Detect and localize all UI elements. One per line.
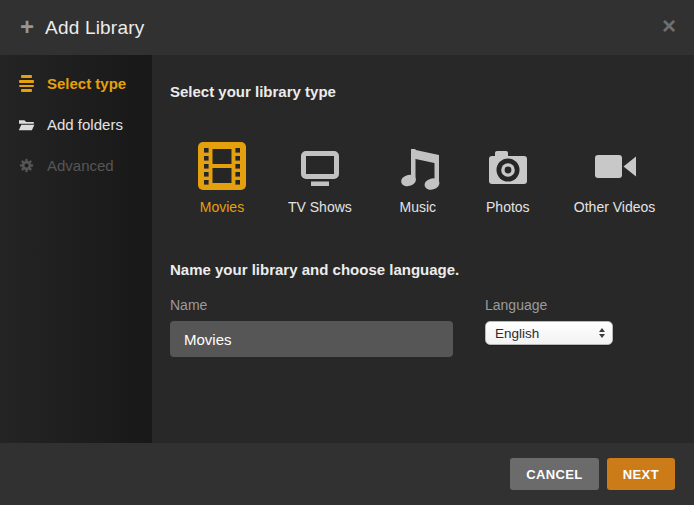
name-section-title: Name your library and choose language.	[170, 261, 694, 278]
dialog-body: Select type Add folders	[0, 55, 694, 443]
language-select-value: English	[495, 326, 599, 341]
close-icon[interactable]: ×	[662, 14, 676, 38]
add-library-dialog: + Add Library × Select type	[0, 0, 694, 505]
library-type-picker: Movies TV Shows	[198, 142, 694, 215]
sidebar-item-advanced[interactable]: Advanced	[0, 145, 152, 186]
type-lines-icon	[18, 75, 35, 91]
library-type-label: Photos	[486, 199, 530, 215]
name-language-fields: Name Language English	[170, 297, 694, 357]
library-type-section-title: Select your library type	[170, 83, 694, 100]
library-type-label: Music	[400, 199, 437, 215]
film-icon	[198, 142, 246, 190]
language-select[interactable]: English	[485, 321, 613, 345]
dialog-main: Select your library type	[152, 55, 694, 443]
select-arrows-icon	[599, 328, 605, 339]
library-type-movies[interactable]: Movies	[198, 142, 246, 215]
dialog-footer: CANCEL NEXT	[0, 443, 694, 505]
dialog-header: + Add Library ×	[0, 0, 694, 55]
gear-icon	[18, 158, 35, 173]
sidebar-item-select-type[interactable]: Select type	[0, 63, 152, 104]
library-type-other-videos[interactable]: Other Videos	[574, 142, 655, 215]
library-name-input[interactable]	[170, 321, 453, 357]
tv-icon	[296, 142, 344, 190]
language-field-label: Language	[485, 297, 613, 313]
name-field-group: Name	[170, 297, 453, 357]
plus-icon: +	[20, 15, 34, 39]
sidebar-item-label: Advanced	[47, 157, 114, 174]
video-camera-icon	[591, 142, 639, 190]
music-note-icon	[394, 142, 442, 190]
library-type-label: Other Videos	[574, 199, 655, 215]
next-button[interactable]: NEXT	[607, 458, 675, 490]
dialog-title: Add Library	[45, 17, 144, 39]
library-type-label: TV Shows	[288, 199, 352, 215]
sidebar-item-label: Select type	[47, 75, 126, 92]
library-type-music[interactable]: Music	[394, 142, 442, 215]
library-type-tv-shows[interactable]: TV Shows	[288, 142, 352, 215]
sidebar-item-label: Add folders	[47, 116, 123, 133]
camera-icon	[484, 142, 532, 190]
wizard-steps-sidebar: Select type Add folders	[0, 55, 152, 443]
folder-icon	[18, 118, 35, 132]
name-field-label: Name	[170, 297, 453, 313]
language-field-group: Language English	[485, 297, 613, 357]
sidebar-item-add-folders[interactable]: Add folders	[0, 104, 152, 145]
library-type-photos[interactable]: Photos	[484, 142, 532, 215]
library-type-label: Movies	[200, 199, 244, 215]
cancel-button[interactable]: CANCEL	[510, 458, 599, 490]
